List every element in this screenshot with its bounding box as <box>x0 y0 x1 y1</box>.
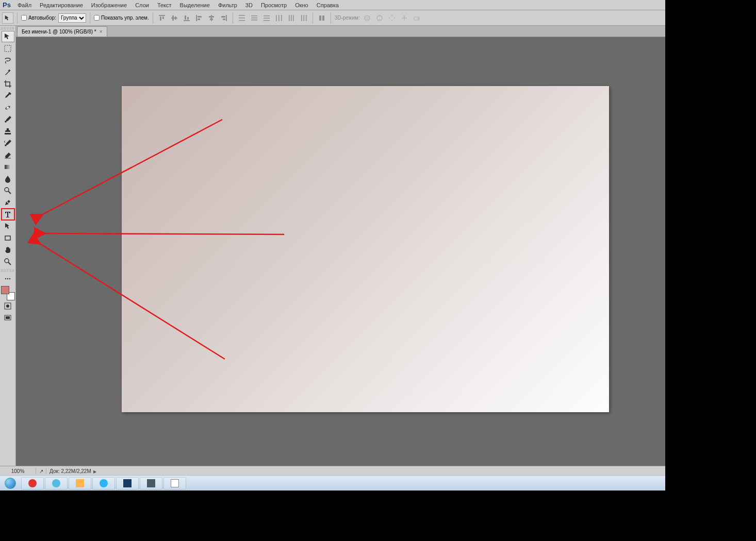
taskbar-button[interactable] <box>163 477 186 489</box>
dodge-tool[interactable] <box>2 185 14 196</box>
svg-rect-24 <box>264 15 270 16</box>
separator <box>331 12 331 24</box>
distribute-vcenter-icon[interactable] <box>249 13 259 23</box>
taskbar-button[interactable] <box>45 477 68 489</box>
show-controls-checkbox[interactable]: Показать упр. элем. <box>94 15 149 21</box>
menu-layers[interactable]: Слои <box>131 0 153 10</box>
history-brush-tool[interactable] <box>2 138 14 149</box>
svg-rect-8 <box>187 17 189 20</box>
screen-mode-button[interactable] <box>2 312 14 324</box>
svg-rect-25 <box>264 18 270 19</box>
brush-tool[interactable] <box>2 114 14 125</box>
clone-stamp-tool[interactable] <box>2 126 14 137</box>
gradient-tool[interactable] <box>2 161 14 173</box>
menu-edit[interactable]: Редактирование <box>36 0 87 10</box>
menu-select[interactable]: Выделение <box>176 0 214 10</box>
current-tool-icon[interactable] <box>2 12 13 24</box>
autoselect-checkbox[interactable]: Автовыбор: <box>21 15 56 21</box>
foreground-color-swatch[interactable] <box>1 286 9 294</box>
hand-tool[interactable] <box>2 244 14 256</box>
svg-rect-37 <box>322 15 324 21</box>
taskbar-button[interactable] <box>69 477 91 489</box>
type-tool[interactable] <box>2 209 14 220</box>
align-left-icon[interactable] <box>194 13 204 23</box>
3d-roll-icon[interactable] <box>374 13 385 23</box>
zoom-level[interactable]: 100% <box>0 468 36 474</box>
tab-close-icon[interactable]: × <box>100 29 103 35</box>
menu-filter[interactable]: Фильтр <box>214 0 241 10</box>
distribute-hcenter-icon[interactable] <box>286 13 297 23</box>
taskbar-button[interactable] <box>140 477 162 489</box>
marquee-tool[interactable] <box>2 43 14 54</box>
svg-rect-55 <box>6 316 10 319</box>
menu-3d[interactable]: 3D <box>241 0 257 10</box>
svg-rect-34 <box>303 15 304 21</box>
distribute-top-icon[interactable] <box>237 13 247 23</box>
blur-tool[interactable] <box>2 173 14 184</box>
edit-toolbar-button[interactable] <box>2 273 14 284</box>
svg-rect-3 <box>171 18 177 19</box>
zoom-tool[interactable] <box>2 256 14 267</box>
taskbar-button[interactable] <box>92 477 115 489</box>
document-tab[interactable]: Без имени-1 @ 100% (RGB/8) * × <box>17 26 107 37</box>
status-bar: 100% ↗ Док: 2,22M/2,22M▶ <box>0 466 665 476</box>
viewport[interactable] <box>16 37 665 466</box>
autoselect-target-select[interactable]: Группа <box>58 13 86 23</box>
menu-text[interactable]: Текст <box>153 0 176 10</box>
windows-taskbar <box>0 476 665 491</box>
svg-rect-26 <box>264 20 270 21</box>
move-tool[interactable] <box>2 31 14 42</box>
crop-tool[interactable] <box>2 78 14 90</box>
distribute-bottom-icon[interactable] <box>261 13 272 23</box>
svg-point-42 <box>417 18 419 19</box>
color-swatches[interactable] <box>1 286 15 300</box>
svg-rect-21 <box>251 15 257 16</box>
svg-point-39 <box>365 17 370 19</box>
document-size-info[interactable]: Док: 2,22M/2,22M▶ <box>46 468 100 474</box>
3d-slide-icon[interactable] <box>399 13 409 23</box>
svg-rect-6 <box>184 20 190 21</box>
align-top-icon[interactable] <box>157 13 167 23</box>
svg-rect-35 <box>306 15 307 21</box>
status-expand-icon[interactable]: ↗ <box>36 468 46 474</box>
eyedropper-tool[interactable] <box>2 90 14 102</box>
svg-rect-12 <box>211 15 212 21</box>
3d-scale-icon[interactable] <box>412 13 422 23</box>
start-button[interactable] <box>0 476 21 491</box>
align-hcenter-icon[interactable] <box>206 13 217 23</box>
distribute-left-icon[interactable] <box>274 13 284 23</box>
lasso-tool[interactable] <box>2 55 14 66</box>
taskbar-button[interactable] <box>21 477 44 489</box>
rectangle-tool[interactable] <box>2 232 14 244</box>
menu-file[interactable]: Файл <box>13 0 36 10</box>
quick-mask-button[interactable] <box>2 300 14 312</box>
svg-rect-11 <box>198 19 200 20</box>
path-selection-tool[interactable] <box>2 221 14 232</box>
svg-rect-1 <box>160 16 161 21</box>
canvas[interactable] <box>122 86 609 412</box>
menu-help[interactable]: Справка <box>313 0 343 10</box>
svg-rect-43 <box>5 45 11 52</box>
menu-view[interactable]: Просмотр <box>257 0 291 10</box>
toolbox-separator <box>1 269 15 272</box>
svg-rect-23 <box>251 20 257 21</box>
eraser-tool[interactable] <box>2 149 14 161</box>
taskbar-button[interactable] <box>116 477 139 489</box>
pen-tool[interactable] <box>2 197 14 208</box>
menu-window[interactable]: Окно <box>291 0 313 10</box>
distribute-right-icon[interactable] <box>299 13 309 23</box>
menu-image[interactable]: Изображение <box>87 0 131 10</box>
workspace: Без имени-1 @ 100% (RGB/8) * × <box>0 26 665 466</box>
toolbox-grip[interactable] <box>1 27 15 30</box>
align-bottom-icon[interactable] <box>182 13 192 23</box>
align-right-icon[interactable] <box>219 13 229 23</box>
svg-rect-29 <box>281 15 282 21</box>
auto-align-icon[interactable] <box>317 13 327 23</box>
3d-pan-icon[interactable] <box>387 13 397 23</box>
healing-brush-tool[interactable] <box>2 102 14 113</box>
align-vcenter-icon[interactable] <box>169 13 179 23</box>
autoselect-label: Автовыбор: <box>28 15 56 21</box>
magic-wand-tool[interactable] <box>2 66 14 78</box>
options-bar: Автовыбор: Группа Показать упр. элем. 3D… <box>0 10 665 26</box>
3d-orbit-icon[interactable] <box>362 13 372 23</box>
